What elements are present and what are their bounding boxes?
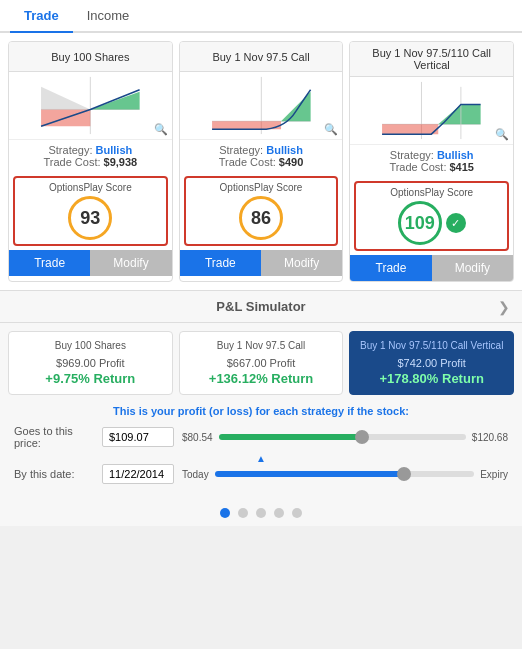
card-3-score-section: OptionsPlay Score 109 ✓ [354,181,509,251]
price-input[interactable] [102,427,174,447]
card-3-buttons: Trade Modify [350,255,513,281]
card-2-strategy-value: Bullish [266,144,303,156]
card-buy-shares: Buy 100 Shares 🔍 [8,41,173,282]
card-2-chart: 🔍 [180,72,343,140]
sim-card-2-title: Buy 1 Nov 97.5 Call [184,340,339,351]
card-1-strategy-label: Strategy: [48,144,92,156]
card-1-score-circle: 93 [68,196,112,240]
date-slider-container: Today Expiry [182,469,508,480]
card-1-score-label: OptionsPlay Score [19,182,162,193]
price-slider-container: $80.54 $120.68 [182,432,508,443]
card-3-strategy-value: Bullish [437,149,474,161]
up-arrow-indicator: ▲ [14,453,508,464]
tab-trade[interactable]: Trade [10,0,73,33]
card-1-trade-button[interactable]: Trade [9,250,90,276]
date-input[interactable] [102,464,174,484]
card-2-modify-button[interactable]: Modify [261,250,342,276]
card-2-score-circle: 86 [239,196,283,240]
card-1-title: Buy 100 Shares [9,42,172,72]
card-1-strategy-value: Bullish [96,144,133,156]
card-3-score-label: OptionsPlay Score [360,187,503,198]
card-3-strategy-label: Strategy: [390,149,434,161]
card-1-score-value: 93 [80,208,100,229]
price-control-row: Goes to this price: $80.54 $120.68 [14,425,508,449]
pagination-dots [0,498,522,526]
card-3-modify-button[interactable]: Modify [432,255,513,281]
card-1-cost-value: $9,938 [104,156,138,168]
date-slider-thumb[interactable] [397,467,411,481]
price-slider-left-val: $80.54 [182,432,213,443]
date-slider-left-label: Today [182,469,209,480]
simulator-controls: This is your profit (or loss) for each s… [0,399,522,498]
price-label: Goes to this price: [14,425,94,449]
card-2-cost-label: Trade Cost: [219,156,276,168]
card-2-score-label: OptionsPlay Score [190,182,333,193]
card-3-chart: 🔍 [350,77,513,145]
card-3-cost-label: Trade Cost: [389,161,446,173]
dot-3[interactable] [256,508,266,518]
card-1-cost-label: Trade Cost: [43,156,100,168]
sim-card-2-profit: $667.00 Profit [184,357,339,369]
sim-card-2-return: +136.12% Return [184,371,339,386]
sim-card-3-title: Buy 1 Nov 97.5/110 Call Vertical [354,340,509,351]
date-control-row: By this date: Today Expiry [14,464,508,484]
card-1-score-section: OptionsPlay Score 93 [13,176,168,246]
card-2-title: Buy 1 Nov 97.5 Call [180,42,343,72]
card-2-info: Strategy: Bullish Trade Cost: $490 [180,140,343,172]
sim-card-3-return: +178.80% Return [354,371,509,386]
card-vertical: Buy 1 Nov 97.5/110 Call Vertical 🔍 [349,41,514,282]
sim-cards-row: Buy 100 Shares $969.00 Profit +9.75% Ret… [0,323,522,399]
card-3-cost-value: $415 [450,161,474,173]
pl-simulator: P&L Simulator ❯ Buy 100 Shares $969.00 P… [0,290,522,526]
tabs-bar: Trade Income [0,0,522,33]
card-2-buttons: Trade Modify [180,250,343,276]
card-3-score-value: 109 [405,213,435,234]
pl-expand-icon[interactable]: ❯ [498,299,510,315]
card-3-score-row: 109 ✓ [360,201,503,245]
price-slider-thumb[interactable] [355,430,369,444]
card-2-score-value: 86 [251,208,271,229]
sim-card-3-profit: $742.00 Profit [354,357,509,369]
card-3-score-circle: 109 [398,201,442,245]
pl-simulator-title: P&L Simulator [216,299,305,314]
svg-marker-14 [382,124,438,134]
card-2-score-section: OptionsPlay Score 86 [184,176,339,246]
card-1-chart: 🔍 [9,72,172,140]
dot-5[interactable] [292,508,302,518]
controls-info-text: This is your profit (or loss) for each s… [14,405,508,417]
check-badge-icon: ✓ [446,213,466,233]
magnifier-2-icon[interactable]: 🔍 [324,123,338,136]
card-2-trade-button[interactable]: Trade [180,250,261,276]
card-buy-call: Buy 1 Nov 97.5 Call 🔍 Strategy: Bulli [179,41,344,282]
card-1-buttons: Trade Modify [9,250,172,276]
sim-card-1-title: Buy 100 Shares [13,340,168,351]
main-container: Trade Income Buy 100 Shares [0,0,522,526]
tab-income[interactable]: Income [73,0,144,31]
magnifier-1-icon[interactable]: 🔍 [154,123,168,136]
sim-card-1-profit: $969.00 Profit [13,357,168,369]
strategy-cards-row: Buy 100 Shares 🔍 [0,33,522,286]
card-1-info: Strategy: Bullish Trade Cost: $9,938 [9,140,172,172]
pl-simulator-header: P&L Simulator ❯ [0,291,522,323]
sim-card-1-return: +9.75% Return [13,371,168,386]
date-slider-track[interactable] [215,471,475,477]
dot-4[interactable] [274,508,284,518]
dot-1[interactable] [220,508,230,518]
sim-card-call[interactable]: Buy 1 Nov 97.5 Call $667.00 Profit +136.… [179,331,344,395]
date-slider-right-label: Expiry [480,469,508,480]
card-3-title: Buy 1 Nov 97.5/110 Call Vertical [350,42,513,77]
sim-card-vertical[interactable]: Buy 1 Nov 97.5/110 Call Vertical $742.00… [349,331,514,395]
date-label: By this date: [14,468,94,480]
sim-card-shares[interactable]: Buy 100 Shares $969.00 Profit +9.75% Ret… [8,331,173,395]
card-3-info: Strategy: Bullish Trade Cost: $415 [350,145,513,177]
card-3-trade-button[interactable]: Trade [350,255,431,281]
card-2-strategy-label: Strategy: [219,144,263,156]
price-slider-right-val: $120.68 [472,432,508,443]
card-1-modify-button[interactable]: Modify [90,250,171,276]
magnifier-3-icon[interactable]: 🔍 [495,128,509,141]
dot-2[interactable] [238,508,248,518]
price-slider-track[interactable] [219,434,466,440]
card-2-cost-value: $490 [279,156,303,168]
